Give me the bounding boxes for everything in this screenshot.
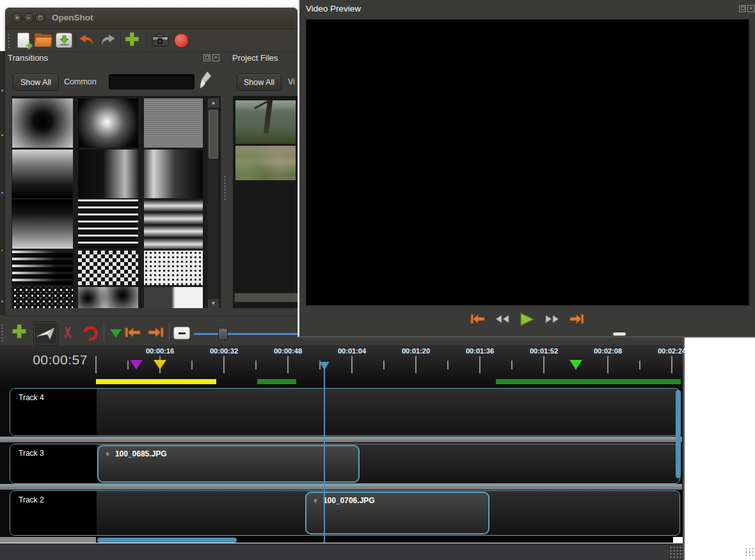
- toolbar-drag-handle[interactable]: [7, 33, 11, 49]
- brush-icon: [199, 70, 212, 89]
- snapshot-button[interactable]: [152, 33, 169, 50]
- ruler-time-label: 00:01:36: [466, 347, 494, 355]
- close-panel-icon[interactable]: ×: [212, 54, 219, 61]
- transition-circle-in[interactable]: [78, 98, 138, 148]
- marker-funnel-icon: [110, 329, 122, 338]
- transition-wipe-bottom[interactable]: [12, 199, 73, 249]
- toolbar-separator: [120, 33, 121, 49]
- timeline-resize-grip[interactable]: [669, 546, 683, 559]
- record-icon: [174, 33, 189, 48]
- add-track-button[interactable]: ✚: [10, 322, 29, 341]
- close-button[interactable]: ×: [12, 13, 22, 23]
- window-resize-grip[interactable]: [745, 547, 755, 557]
- ruler-tick: [607, 356, 608, 373]
- timeline-right-border: [683, 338, 685, 560]
- skip-to-start-button[interactable]: [470, 313, 486, 325]
- main-window: × − □ OpenShot ✚: [5, 8, 298, 315]
- open-project-button[interactable]: [35, 33, 52, 47]
- add-files-button[interactable]: ✚: [125, 31, 139, 49]
- timeline-marker[interactable]: [154, 360, 166, 369]
- file-thumbnail-pond[interactable]: [235, 100, 296, 144]
- arrow-tool-button[interactable]: [33, 322, 58, 345]
- close-panel-icon[interactable]: ×: [747, 5, 754, 12]
- transition-dissolve[interactable]: [144, 98, 203, 148]
- zoom-slider[interactable]: [194, 333, 298, 335]
- arrow-tool-icon: [36, 327, 56, 341]
- previous-marker-button[interactable]: [124, 324, 142, 341]
- transition-blinds[interactable]: [78, 199, 138, 249]
- transition-checker-small-light[interactable]: [144, 251, 203, 285]
- transition-double-circle[interactable]: [78, 287, 138, 308]
- project-files-hscrollbar[interactable]: [234, 293, 298, 302]
- scissors-icon: ✂: [60, 325, 76, 339]
- transition-band-wipe-right[interactable]: [78, 150, 138, 198]
- hscrollbar-gutter: [0, 537, 96, 543]
- undo-button[interactable]: [78, 33, 96, 51]
- ruler-tick: [543, 356, 544, 373]
- transition-checker-small-dark[interactable]: [12, 287, 73, 308]
- ruler-tick: [191, 361, 193, 369]
- playhead[interactable]: [324, 368, 325, 543]
- track-separator[interactable]: [0, 437, 682, 442]
- transitions-common-label[interactable]: Common: [64, 77, 97, 86]
- transition-corner-split[interactable]: [144, 287, 203, 308]
- screen: ✚ ✂ 00:00:1600:00:3200:00:4800:01:0400:0…: [0, 0, 755, 560]
- razor-tool-button[interactable]: ✂: [59, 322, 77, 341]
- transition-wipe-top[interactable]: [12, 150, 73, 198]
- playhead-handle[interactable]: [319, 362, 330, 370]
- vscrollbar-thumb[interactable]: [676, 390, 681, 478]
- zoom-slider-handle[interactable]: [218, 328, 228, 340]
- float-panel-icon[interactable]: [739, 5, 746, 12]
- hscrollbar-thumb[interactable]: [97, 538, 237, 543]
- transition-band-wipe-left[interactable]: [144, 150, 203, 198]
- project-files-video-filter[interactable]: Vi: [288, 77, 298, 86]
- project-files-show-all-button[interactable]: Show All: [237, 74, 282, 91]
- toolbar-drag-handle[interactable]: [1, 323, 4, 343]
- transition-checkerboard[interactable]: [78, 251, 138, 285]
- fast-forward-button[interactable]: [544, 314, 559, 324]
- zoom-out-button[interactable]: [173, 327, 190, 339]
- clip-collapse-icon[interactable]: ▼: [104, 451, 111, 458]
- transitions-show-all-button[interactable]: Show All: [13, 74, 59, 91]
- add-marker-button[interactable]: [109, 326, 123, 340]
- clip[interactable]: ▼100_0685.JPG: [97, 445, 360, 483]
- timeline-marker[interactable]: [569, 360, 582, 369]
- rewind-button[interactable]: [495, 314, 510, 324]
- clear-filter-button[interactable]: [199, 70, 212, 92]
- camera-icon: [152, 33, 169, 47]
- transitions-panel-title: Transitions: [8, 53, 48, 63]
- transition-circle-out[interactable]: [12, 98, 73, 148]
- play-button[interactable]: [520, 313, 535, 326]
- transitions-search-input[interactable]: [109, 74, 195, 89]
- redo-button[interactable]: [99, 33, 116, 51]
- titlebar[interactable]: × − □ OpenShot: [5, 8, 298, 29]
- maximize-button[interactable]: □: [35, 13, 45, 23]
- transition-soft-bars[interactable]: [144, 199, 203, 249]
- new-project-button[interactable]: ✚: [17, 33, 29, 48]
- track-separator[interactable]: [0, 484, 682, 490]
- timeline-marker[interactable]: [130, 360, 143, 369]
- save-project-button[interactable]: [56, 33, 72, 48]
- rewind-icon: [495, 314, 510, 324]
- panel-splitter-handle[interactable]: [223, 175, 226, 199]
- track-label: Track 3: [10, 444, 97, 483]
- record-button[interactable]: [174, 33, 189, 48]
- hscrollbar-button[interactable]: [673, 537, 681, 543]
- clip[interactable]: ▼100_0706.JPG: [305, 492, 489, 534]
- transition-fade-stripes[interactable]: [12, 251, 73, 285]
- skip-to-end-button[interactable]: [569, 313, 584, 325]
- scroll-up-button[interactable]: ▲: [207, 98, 219, 108]
- background-pixels: [1, 89, 3, 91]
- preview-resize-handle[interactable]: [613, 332, 626, 336]
- transitions-scrollbar-thumb[interactable]: [209, 110, 218, 159]
- float-panel-icon[interactable]: [203, 54, 211, 61]
- thumbnail-blur: [235, 146, 296, 180]
- file-thumbnail-field[interactable]: [235, 146, 296, 180]
- next-marker-button[interactable]: [147, 324, 164, 341]
- track-row[interactable]: Track 4: [10, 388, 680, 436]
- snapping-button[interactable]: [82, 325, 99, 341]
- scroll-down-button[interactable]: ▼: [207, 299, 219, 308]
- clip-collapse-icon[interactable]: ▼: [312, 497, 319, 504]
- ruler-tick: [479, 356, 481, 373]
- minimize-button[interactable]: −: [24, 13, 34, 23]
